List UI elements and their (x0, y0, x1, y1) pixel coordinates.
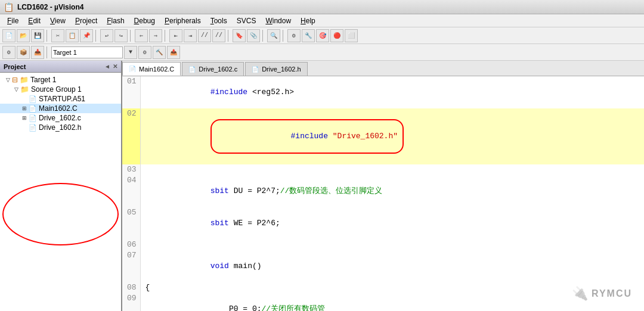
tb-uncomment[interactable]: // (212, 29, 225, 42)
target-select[interactable] (51, 46, 123, 58)
menu-edit[interactable]: Edit (23, 15, 45, 26)
tb2-btn3[interactable]: 📥 (31, 46, 44, 59)
app-icon: 📋 (4, 2, 14, 12)
menu-flash[interactable]: Flash (102, 15, 129, 26)
tb-extra3[interactable]: 🎯 (316, 29, 329, 42)
expand-drive-c[interactable]: ⊞ (20, 115, 29, 121)
tb2-btn1[interactable]: ⚙ (2, 46, 16, 59)
panel-header-icons: ◄ ✕ (104, 63, 117, 70)
target-folder-icon: 📁 (20, 76, 29, 84)
line-num-01: 01 (122, 76, 140, 108)
tab-drive-h-icon: 📄 (252, 66, 259, 73)
main-layout: Project ◄ ✕ ▽ ⊟ 📁 Target 1 ▽ 📁 Source Gr… (0, 61, 644, 311)
tb-redo[interactable]: ↪ (114, 29, 128, 42)
panel-header: Project ◄ ✕ (0, 61, 121, 73)
tb-open[interactable]: 📂 (17, 29, 30, 42)
code-text-02 (328, 132, 333, 141)
line-num-06: 06 (122, 240, 140, 250)
menu-peripherals[interactable]: Peripherals (160, 15, 206, 26)
menu-project[interactable]: Project (70, 15, 102, 26)
line-code-04[interactable]: sbit DU = P2^7;//数码管段选、位选引脚定义 (140, 175, 644, 207)
line-code-01[interactable]: #include <reg52.h> (140, 76, 644, 108)
type-05: sbit (210, 219, 229, 228)
tb-new[interactable]: 📄 (2, 29, 16, 42)
source-group-label: Source Group 1 (31, 85, 82, 94)
line-num-02: 02 (122, 108, 140, 164)
tb-comment[interactable]: // (198, 29, 211, 42)
line-code-05[interactable]: sbit WE = P2^6; (140, 207, 644, 240)
menu-tools[interactable]: Tools (206, 15, 232, 26)
menu-debug[interactable]: Debug (129, 15, 160, 26)
tree-item-drive-h[interactable]: 📄 Drive_1602.h (0, 123, 121, 132)
code-line-02: 02 #include "Drive_1602.h" (122, 108, 644, 164)
expand-startup (20, 96, 29, 102)
menu-bar: File Edit View Project Flash Debug Perip… (0, 14, 644, 27)
menu-help[interactable]: Help (296, 15, 320, 26)
tb-extra4[interactable]: 🔴 (330, 29, 343, 42)
tb-copy[interactable]: 📋 (66, 29, 79, 42)
pin-icon[interactable]: ◄ (104, 63, 110, 70)
line-code-03 (140, 164, 644, 175)
tab-drive-c-icon: 📄 (188, 66, 196, 73)
menu-view[interactable]: View (45, 15, 70, 26)
code-line-01: 01 #include <reg52.h> (122, 76, 644, 108)
tb2-flash2[interactable]: 📤 (167, 46, 180, 59)
tree-item-main[interactable]: ⊞ 📄 Main1602.C (0, 104, 121, 113)
tree-item-target1[interactable]: ▽ ⊟ 📁 Target 1 (0, 75, 121, 85)
line-num-05: 05 (122, 207, 140, 240)
tb-fwd[interactable]: ⇒ (149, 29, 162, 42)
tb-find[interactable]: 🔍 (267, 29, 280, 42)
main-file-icon: 📄 (29, 105, 37, 113)
tree-item-drive-c[interactable]: ⊞ 📄 Drive_1602.c (0, 113, 121, 123)
tb2-btn2[interactable]: 📦 (17, 46, 30, 59)
menu-file[interactable]: File (2, 15, 23, 26)
startup-icon: 📄 (29, 95, 37, 103)
line-code-02[interactable]: #include "Drive_1602.h" (140, 108, 644, 164)
code-line-04: 04 sbit DU = P2^7;//数码管段选、位选引脚定义 (122, 175, 644, 207)
drive-h-label: Drive_1602.h (39, 123, 81, 132)
menu-window[interactable]: Window (261, 15, 296, 26)
tab-drive-h[interactable]: 📄 Drive_1602.h (245, 62, 307, 76)
line-code-08[interactable]: { (140, 282, 644, 293)
title-bar: 📋 LCD1602 - µVision4 (0, 0, 644, 14)
tb2-build[interactable]: 🔨 (153, 46, 166, 59)
tab-drive-c[interactable]: 📄 Drive_1602.c (182, 62, 244, 76)
tb2-target-options[interactable]: ▼ (124, 46, 137, 59)
tabs-bar: 📄 Main1602.C 📄 Drive_1602.c 📄 Drive_1602… (122, 61, 644, 76)
line-code-09[interactable]: P0 = 0;//关闭所有数码管 (140, 293, 644, 311)
tree-item-source-group[interactable]: ▽ 📁 Source Group 1 (0, 85, 121, 94)
code-line-07: 07 void main() (122, 250, 644, 282)
menu-svcs[interactable]: SVCS (232, 15, 261, 26)
tb-extra1[interactable]: ⚙ (287, 29, 301, 42)
code-line-09: 09 P0 = 0;//关闭所有数码管 (122, 293, 644, 311)
tb2-target-settings[interactable]: ⚙ (138, 46, 151, 59)
tb-back[interactable]: ⇐ (135, 29, 148, 42)
expand-main[interactable]: ⊞ (20, 105, 29, 111)
watermark: 🔌 RYMCU (572, 286, 632, 301)
code-area[interactable]: 01 #include <reg52.h> 02 #include "Drive… (122, 76, 644, 311)
expand-target1[interactable]: ▽ (4, 77, 12, 83)
line-code-07[interactable]: void main() (140, 250, 644, 282)
tree-item-startup[interactable]: 📄 STARTUP.A51 (0, 94, 121, 104)
drive-h-icon: 📄 (29, 124, 37, 132)
tb-indent-l[interactable]: ⇤ (169, 29, 182, 42)
tb-extra2[interactable]: 🔧 (302, 29, 315, 42)
tb-extra5[interactable]: ⬜ (345, 29, 358, 42)
code-table: 01 #include <reg52.h> 02 #include "Drive… (122, 76, 644, 311)
drive-c-label: Drive_1602.c (39, 114, 81, 122)
tb-cut[interactable]: ✂ (51, 29, 64, 42)
tb-bookmark1[interactable]: 🔖 (233, 29, 246, 42)
expand-source-group[interactable]: ▽ (12, 86, 20, 92)
watermark-logo: 🔌 (572, 286, 588, 301)
tb-paste[interactable]: 📌 (80, 29, 93, 42)
line-num-09: 09 (122, 293, 140, 311)
type-07: void (210, 262, 229, 270)
project-tree: ▽ ⊟ 📁 Target 1 ▽ 📁 Source Group 1 📄 STAR… (0, 73, 121, 311)
tb-indent-r[interactable]: ⇥ (184, 29, 197, 42)
tb-save[interactable]: 💾 (31, 29, 44, 42)
main-label: Main1602.C (39, 104, 78, 113)
close-icon[interactable]: ✕ (113, 63, 117, 70)
tb-undo[interactable]: ↩ (100, 29, 113, 42)
tab-main1602[interactable]: 📄 Main1602.C (122, 62, 181, 76)
tb-bookmark2[interactable]: 📎 (247, 29, 260, 42)
